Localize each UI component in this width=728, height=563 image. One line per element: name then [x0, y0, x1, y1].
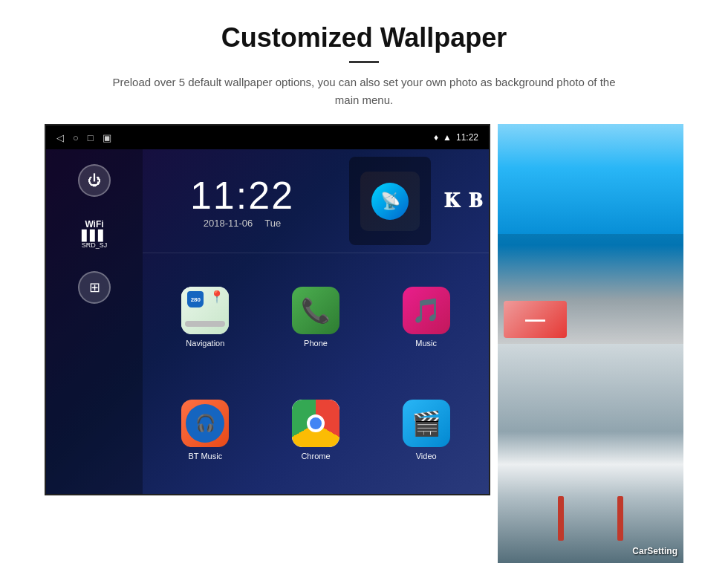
app-video[interactable]: 🎬 Video [371, 374, 481, 486]
screen-main: 11:22 2018-11-06 Tue 📡 𝐊 𝐁 [143, 149, 489, 494]
media-icon-box: 📡 [360, 172, 420, 231]
wallpaper-bridge[interactable]: CarSetting [498, 344, 683, 564]
page-header: Customized Wallpaper Preload over 5 defa… [45, 0, 683, 124]
b-app-icon[interactable]: 𝐁 [469, 189, 483, 213]
bluetooth-symbol: 🎧 [195, 414, 215, 433]
main-content: ◁ ○ □ ▣ ♦ ▲ 11:22 ⏻ WiFi ▋▋▋ SRD_SJ [0, 124, 728, 563]
page-title: Customized Wallpaper [104, 22, 624, 53]
chrome-icon [292, 400, 339, 447]
home-icon[interactable]: ○ [73, 132, 79, 143]
phone-icon: 📞 [292, 287, 339, 334]
status-time: 11:22 [456, 132, 478, 143]
carsetting-label: CarSetting [632, 546, 677, 556]
app-navigation[interactable]: 280 📍 Navigation [150, 261, 261, 374]
app-phone-label: Phone [304, 339, 328, 348]
bridge-silhouette [516, 496, 665, 541]
wifi-label: WiFi [82, 219, 108, 230]
app-music-label: Music [415, 339, 437, 348]
tower-left [558, 496, 564, 541]
wifi-signal-icon: ▋▋▋ [82, 230, 108, 241]
tower-right [617, 496, 623, 541]
title-divider [349, 61, 379, 63]
nav-road [185, 321, 225, 327]
media-play-icon: 📡 [371, 183, 409, 220]
app-grid: 280 📍 Navigation 📞 Phone [143, 253, 489, 494]
bridge-towers [531, 496, 650, 541]
nav-shield: 280 [187, 291, 204, 307]
navigation-icon: 280 📍 [181, 287, 229, 334]
k-app-icon[interactable]: 𝐊 [444, 189, 460, 213]
recents-icon[interactable]: □ [88, 132, 94, 143]
top-row: 11:22 2018-11-06 Tue 📡 𝐊 𝐁 [143, 149, 489, 253]
btmusic-icon: 🎧 [181, 400, 229, 447]
location-icon: ♦ [434, 132, 438, 143]
power-button[interactable]: ⏻ [78, 164, 111, 197]
screenshot-icon[interactable]: ▣ [103, 132, 111, 143]
status-left: ◁ ○ □ ▣ [56, 132, 111, 143]
status-bar: ◁ ○ □ ▣ ♦ ▲ 11:22 [46, 126, 489, 149]
media-widget[interactable]: 📡 [349, 157, 431, 245]
nav-pin: 📍 [209, 290, 224, 304]
clock-day-value: Tue [264, 218, 281, 229]
status-right: ♦ ▲ 11:22 [434, 132, 478, 143]
wallpaper-panel: ▬▬▬ CarSetting [498, 124, 683, 563]
page-description: Preload over 5 default wallpaper options… [104, 74, 624, 109]
app-chrome[interactable]: Chrome [261, 374, 371, 486]
music-icon: 🎵 [403, 287, 450, 334]
left-sidebar: ⏻ WiFi ▋▋▋ SRD_SJ ⊞ [46, 149, 143, 494]
app-chrome-label: Chrome [301, 452, 330, 461]
wifi-status-icon: ▲ [443, 132, 452, 143]
wallpaper-ice-cave[interactable]: ▬▬▬ [498, 124, 683, 344]
app-btmusic-label: BT Music [189, 452, 223, 461]
quick-app-icons: 𝐊 𝐁 [438, 149, 489, 253]
clock-time: 11:22 [190, 173, 294, 218]
carsetting-label-container: CarSetting [632, 544, 677, 557]
app-video-label: Video [416, 452, 437, 461]
chrome-center [307, 414, 325, 432]
small-preview-text: ▬▬▬ [525, 316, 545, 323]
app-phone[interactable]: 📞 Phone [261, 261, 371, 374]
wifi-network-name: SRD_SJ [82, 241, 108, 249]
app-music[interactable]: 🎵 Music [371, 261, 481, 374]
btmusic-inner: 🎧 [186, 404, 224, 443]
app-navigation-label: Navigation [186, 339, 224, 348]
video-icon: 🎬 [403, 400, 450, 447]
clock-date-value: 2018-11-06 [204, 218, 253, 229]
back-icon[interactable]: ◁ [56, 132, 64, 143]
clock-date: 2018-11-06 Tue [204, 218, 281, 229]
screen-body: ⏻ WiFi ▋▋▋ SRD_SJ ⊞ 11:22 2018-11-06 Tu [46, 149, 489, 494]
wifi-widget: WiFi ▋▋▋ SRD_SJ [82, 219, 108, 249]
app-btmusic[interactable]: 🎧 BT Music [150, 374, 261, 486]
clock-widget: 11:22 2018-11-06 Tue [143, 149, 342, 253]
apps-grid-button[interactable]: ⊞ [78, 271, 111, 304]
android-screen: ◁ ○ □ ▣ ♦ ▲ 11:22 ⏻ WiFi ▋▋▋ SRD_SJ [45, 124, 490, 495]
small-ui-preview: ▬▬▬ [504, 301, 567, 338]
